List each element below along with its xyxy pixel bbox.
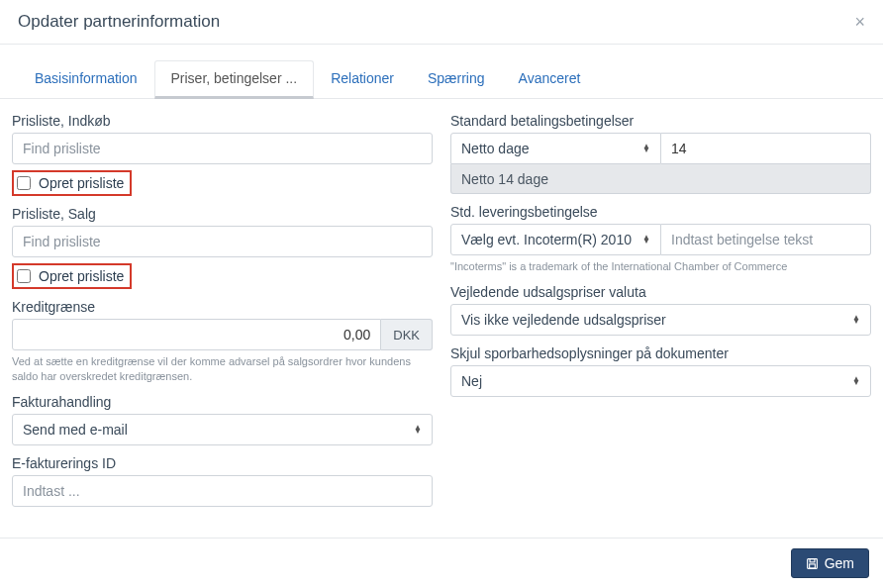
svg-rect-2 [809, 563, 815, 567]
betalingsbetingelser-label: Standard betalingsbetingelser [450, 113, 871, 129]
chevron-updown-icon: ▲▼ [642, 236, 650, 244]
udsalgspriser-label: Vejledende udsalgspriser valuta [450, 284, 871, 300]
tab-avanceret[interactable]: Avanceret [502, 60, 598, 99]
modal-title: Opdater partnerinformation [18, 12, 220, 32]
tab-content: Prisliste, Indkøb Opret prisliste Prisli… [0, 99, 883, 515]
udsalgspriser-value: Vis ikke vejledende udsalgspriser [461, 312, 666, 328]
save-icon [806, 557, 819, 570]
tab-basisinformation[interactable]: Basisinformation [18, 60, 154, 99]
fakturahandling-select[interactable]: Send med e-mail ▲▼ [12, 414, 433, 445]
modal-footer: Gem [0, 538, 883, 588]
prisliste-salg-label: Prisliste, Salg [12, 206, 433, 222]
udsalgspriser-select[interactable]: Vis ikke vejledende udsalgspriser ▲▼ [450, 304, 871, 336]
betalingsbetingelser-display: Netto 14 dage [450, 164, 871, 194]
tabs: Basisinformation Priser, betingelser ...… [0, 60, 883, 99]
efakturering-input[interactable] [12, 475, 433, 507]
right-column: Standard betalingsbetingelser Netto dage… [450, 113, 871, 507]
leveringsbetingelse-label: Std. leveringsbetingelse [450, 204, 871, 220]
opret-prisliste-salg-row: Opret prisliste [12, 263, 132, 289]
kreditgraense-input[interactable] [12, 319, 381, 350]
left-column: Prisliste, Indkøb Opret prisliste Prisli… [12, 113, 433, 507]
fakturahandling-value: Send med e-mail [23, 422, 128, 438]
sporbarhed-value: Nej [461, 373, 482, 389]
tab-relationer[interactable]: Relationer [314, 60, 411, 99]
betalingsbetingelser-type-value: Netto dage [461, 141, 530, 156]
betalingsbetingelser-days-input[interactable] [661, 133, 871, 164]
close-button[interactable]: × [854, 13, 865, 31]
opret-prisliste-indkob-label: Opret prisliste [39, 175, 124, 191]
leveringsbetingelse-help: "Incoterms" is a trademark of the Intern… [450, 259, 871, 274]
leveringsbetingelse-select[interactable]: Vælg evt. Incoterm(R) 2010 ▲▼ [450, 224, 661, 255]
chevron-updown-icon: ▲▼ [852, 377, 860, 385]
save-button-label: Gem [825, 555, 854, 571]
tab-priser-betingelser[interactable]: Priser, betingelser ... [154, 60, 315, 99]
opret-prisliste-salg-checkbox[interactable] [17, 269, 31, 283]
kreditgraense-currency: DKK [381, 319, 433, 350]
modal-header: Opdater partnerinformation × [0, 0, 883, 45]
sporbarhed-select[interactable]: Nej ▲▼ [450, 365, 871, 397]
opret-prisliste-indkob-checkbox[interactable] [17, 176, 31, 190]
efakturering-label: E-fakturerings ID [12, 455, 433, 471]
opret-prisliste-salg-label: Opret prisliste [39, 268, 124, 284]
chevron-updown-icon: ▲▼ [642, 145, 650, 152]
kreditgraense-help: Ved at sætte en kreditgrænse vil der kom… [12, 354, 433, 384]
prisliste-indkob-input[interactable] [12, 133, 433, 164]
prisliste-salg-input[interactable] [12, 226, 433, 257]
betalingsbetingelser-type-select[interactable]: Netto dage ▲▼ [450, 133, 661, 164]
leveringsbetingelse-select-value: Vælg evt. Incoterm(R) 2010 [461, 232, 632, 247]
kreditgraense-label: Kreditgrænse [12, 299, 433, 315]
save-button[interactable]: Gem [791, 548, 869, 578]
opret-prisliste-indkob-row: Opret prisliste [12, 170, 132, 196]
svg-rect-1 [810, 558, 815, 561]
sporbarhed-label: Skjul sporbarhedsoplysninger på dokument… [450, 345, 871, 361]
leveringsbetingelse-text-input[interactable] [661, 224, 871, 255]
fakturahandling-label: Fakturahandling [12, 394, 433, 410]
chevron-updown-icon: ▲▼ [852, 316, 860, 324]
prisliste-indkob-label: Prisliste, Indkøb [12, 113, 433, 129]
chevron-updown-icon: ▲▼ [414, 426, 422, 434]
tab-spaerring[interactable]: Spærring [411, 60, 502, 99]
